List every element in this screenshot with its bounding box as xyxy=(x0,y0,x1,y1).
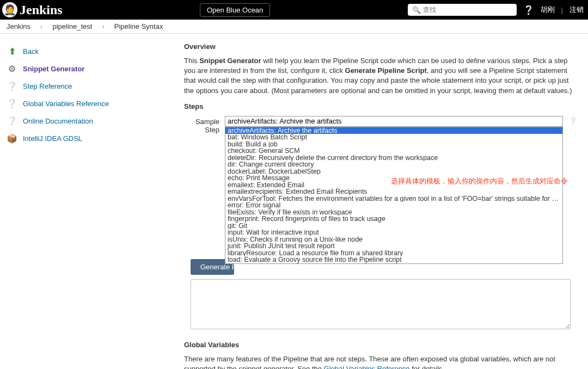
breadcrumb-item[interactable]: Jenkins xyxy=(7,22,30,30)
sidebar-item-global-variables[interactable]: ❔ Global Variables Reference xyxy=(7,95,180,112)
annotation-text: 选择具体的模板，输入你的操作内容，然后生成对应命令 xyxy=(391,176,568,186)
dropdown-option[interactable]: envVarsForTool: Fetches the environment … xyxy=(225,195,562,202)
header-right: 🔍 ❔ 胡刚 | 注销 xyxy=(408,4,584,16)
dropdown-option[interactable]: bat: Windows Batch Script xyxy=(225,134,562,141)
breadcrumb-sep: › xyxy=(40,22,42,30)
dropdown-option[interactable]: input: Wait for interactive input xyxy=(225,229,562,236)
text-fragment: This xyxy=(184,57,199,65)
intro-text: This Snippet Generator will help you lea… xyxy=(184,56,577,96)
jenkins-butler-icon: 🤵 xyxy=(2,2,17,17)
breadcrumb-item[interactable]: Pipeline Syntax xyxy=(114,22,163,30)
sidebar: ⬆ Back ⚙ Snippet Generator ❔ Step Refere… xyxy=(0,34,180,369)
content: ⬆ Back ⚙ Snippet Generator ❔ Step Refere… xyxy=(0,34,588,369)
user-link[interactable]: 胡刚 xyxy=(541,5,555,15)
dropdown-option[interactable]: deleteDir: Recursively delete the curren… xyxy=(225,155,562,162)
help-icon: ❔ xyxy=(7,115,17,126)
dropdown-option[interactable]: build: Build a job xyxy=(225,141,562,148)
dropdown-option[interactable]: libraryResource: Load a resource file fr… xyxy=(225,250,562,257)
dropdown-option[interactable]: checkout: General SCM xyxy=(225,147,562,155)
overview-title: Overview xyxy=(184,42,577,51)
steps-title: Steps xyxy=(184,102,577,110)
dropdown-option[interactable]: error: Error signal xyxy=(225,202,562,209)
sidebar-item-label: Step Reference xyxy=(23,82,72,90)
dropdown-option[interactable]: load: Evaluate a Groovy source file into… xyxy=(225,256,562,263)
global-variables-link[interactable]: Global Variables Reference xyxy=(324,365,410,369)
logout-link[interactable]: 注销 xyxy=(569,5,584,15)
sidebar-item-step-reference[interactable]: ❔ Step Reference xyxy=(7,77,180,95)
output-textarea[interactable] xyxy=(191,279,571,329)
global-variables-text: There are many features of the Pipeline … xyxy=(184,354,577,369)
help-icon: ❔ xyxy=(7,81,17,91)
text-bold: Snippet Generator xyxy=(199,57,261,65)
jenkins-logo[interactable]: 🤵 Jenkins xyxy=(2,2,63,17)
sidebar-item-label: Global Variables Reference xyxy=(23,100,109,108)
brand-text: Jenkins xyxy=(20,3,63,17)
arrow-up-icon: ⬆ xyxy=(7,46,17,57)
dropdown-option[interactable]: archiveArtifacts: Archive the artifacts xyxy=(225,127,562,134)
global-variables-title: Global Variables xyxy=(184,341,577,349)
divider: | xyxy=(561,6,563,14)
breadcrumb-sep: › xyxy=(102,22,104,30)
steps-row: Sample Step archiveArtifacts: Archive th… xyxy=(184,116,577,134)
sidebar-item-snippet-generator[interactable]: ⚙ Snippet Generator xyxy=(7,60,180,77)
header-center: Open Blue Ocean xyxy=(63,3,408,17)
dropdown-list[interactable]: archiveArtifacts: Archive the artifactsb… xyxy=(225,127,563,264)
header: 🤵 Jenkins Open Blue Ocean 🔍 ❔ 胡刚 | 注销 xyxy=(0,0,588,20)
sidebar-item-label: Online Documentation xyxy=(23,117,93,125)
dropdown-option[interactable]: git: Git xyxy=(225,223,562,230)
breadcrumb-item[interactable]: pipeline_test xyxy=(52,22,92,30)
header-left: 🤵 Jenkins xyxy=(2,2,63,17)
search-icon: 🔍 xyxy=(412,6,421,14)
breadcrumb: Jenkins › pipeline_test › Pipeline Synta… xyxy=(0,20,588,34)
dropdown-option[interactable]: emailextrecipients: Extended Email Recip… xyxy=(225,188,562,195)
package-icon: 📦 xyxy=(7,133,17,144)
sidebar-item-intellij-gdsl[interactable]: 📦 IntelliJ IDEA GDSL xyxy=(7,130,180,147)
dropdown-option[interactable]: fingerprint: Record fingerprints of file… xyxy=(225,216,562,223)
search-input[interactable] xyxy=(423,6,512,14)
dropdown-option[interactable]: isUnix: Checks if running on a Unix-like… xyxy=(225,236,562,243)
dropdown-option[interactable]: junit: Publish JUnit test result report xyxy=(225,243,562,250)
dropdown-option[interactable]: dockerLabel: DockerLabelStep xyxy=(225,168,562,175)
sample-step-label: Sample Step xyxy=(184,116,219,134)
sidebar-item-label: IntelliJ IDEA GDSL xyxy=(23,134,82,143)
help-icon[interactable]: ❔ xyxy=(568,116,577,125)
gear-icon: ⚙ xyxy=(7,63,17,74)
dropdown-option[interactable]: fileExists: Verify if file exists in wor… xyxy=(225,209,562,216)
select-wrap: archiveArtifacts: Archive the artifactsb… xyxy=(225,116,563,127)
main: Overview This Snippet Generator will hel… xyxy=(180,34,588,369)
text-fragment: for details. xyxy=(410,365,445,369)
help-icon[interactable]: ❔ xyxy=(523,5,534,15)
help-icon: ❔ xyxy=(7,98,17,109)
sidebar-item-label: Back xyxy=(23,47,39,56)
sample-step-select[interactable] xyxy=(225,116,563,127)
text-bold: Generate Pipeline Script xyxy=(345,66,427,75)
sidebar-item-online-docs[interactable]: ❔ Online Documentation xyxy=(7,112,180,130)
search-box[interactable]: 🔍 xyxy=(408,4,517,16)
sidebar-item-back[interactable]: ⬆ Back xyxy=(7,42,180,60)
dropdown-option[interactable]: dir: Change current directory xyxy=(225,161,562,168)
open-blue-ocean-button[interactable]: Open Blue Ocean xyxy=(200,3,270,17)
sidebar-item-label: Snippet Generator xyxy=(23,65,84,73)
